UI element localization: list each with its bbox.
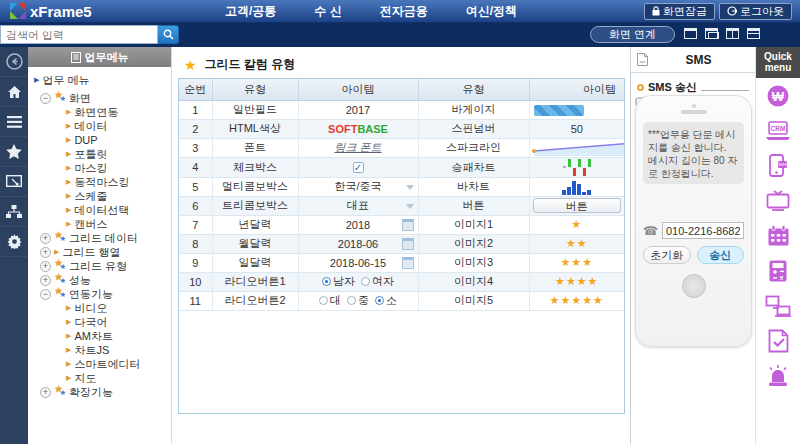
tree-toggle-icon[interactable]: + (40, 387, 51, 398)
table-row[interactable]: 7년달력2018이미지1★ (179, 215, 624, 234)
phone-number-input[interactable] (662, 222, 744, 239)
home-icon[interactable] (0, 77, 28, 107)
rating-stars: ★★★★ (555, 275, 598, 287)
sms-reset-button[interactable]: 초기화 (643, 246, 691, 264)
tree-item[interactable]: ▶AM차트 (28, 329, 171, 343)
tree-item[interactable]: ▶화면연동 (28, 105, 171, 119)
siren-icon[interactable] (756, 358, 800, 393)
sitemap-icon[interactable] (0, 197, 28, 227)
logout-button[interactable]: 로그아웃 (719, 3, 792, 20)
window-single-icon[interactable] (684, 28, 697, 39)
tree-item[interactable]: ▶다국어 (28, 315, 171, 329)
tree-item[interactable]: −연동기능 (28, 287, 171, 301)
tree-item[interactable]: ▶포틀릿 (28, 147, 171, 161)
tree-toggle-icon[interactable]: + (40, 247, 51, 258)
table-row[interactable]: 10라디오버튼1남자여자이미지4★★★★ (179, 272, 624, 291)
table-row[interactable]: 5멀티콤보박스한국/중국바차트 (179, 177, 624, 196)
cell-item: 2018-06-15 (298, 253, 418, 272)
table-row[interactable]: 6트리콤보박스대표버튼버튼 (179, 196, 624, 215)
top-menu-item-1[interactable]: 고객/공통 (225, 3, 276, 20)
tree-item[interactable]: ▶데이터 (28, 119, 171, 133)
screen-lock-button[interactable]: 화면잠금 (644, 3, 715, 20)
radio-option[interactable]: 대 (319, 294, 341, 306)
crm-icon[interactable]: CRM (756, 113, 800, 148)
tree-toggle-icon[interactable]: + (40, 275, 51, 286)
radio-option[interactable]: 남자 (322, 275, 355, 287)
table-row[interactable]: 9일달력2018-06-15이미지3★★★ (179, 253, 624, 272)
table-row[interactable]: 8월달력2018-06이미지2★★ (179, 234, 624, 253)
page-title: 그리드 칼럼 유형 (205, 56, 296, 73)
tree-item[interactable]: +그리드 유형 (28, 259, 171, 273)
tree-item[interactable]: ▶지도 (28, 371, 171, 385)
tree-toggle-icon[interactable]: − (40, 93, 51, 104)
grid-column-header: 순번 (179, 79, 212, 100)
tree-item[interactable]: ▶업무 메뉴 (28, 73, 171, 87)
calendar-icon[interactable] (402, 238, 414, 250)
date-field[interactable]: 2018-06 (338, 238, 378, 250)
tree-item-label: 그리드 행열 (62, 245, 120, 260)
top-menu-item-4[interactable]: 여신/정책 (466, 3, 517, 20)
screen-link-button[interactable]: 화면 연계 (590, 26, 675, 43)
checkbox[interactable]: ✓ (353, 162, 364, 173)
tree-item[interactable]: −화면 (28, 91, 171, 105)
screen-search-icon[interactable] (0, 167, 28, 197)
calculator-icon[interactable] (756, 253, 800, 288)
tree-item[interactable]: ▶DUP (28, 133, 171, 147)
calendar-icon[interactable] (402, 257, 414, 269)
rating-stars: ★★★ (560, 256, 593, 268)
radio-option[interactable]: 중 (347, 294, 369, 306)
tree-item[interactable]: ▶데이터선택 (28, 203, 171, 217)
report-check-icon[interactable] (756, 323, 800, 358)
tree-item[interactable]: ▶차트JS (28, 343, 171, 357)
search-button[interactable] (158, 25, 179, 44)
radio-option[interactable]: 여자 (361, 275, 394, 287)
radio-dot-icon (361, 277, 370, 286)
sms-phone-icon[interactable]: SMS (756, 148, 800, 183)
sms-send-button[interactable]: 송신 (697, 246, 745, 264)
won-currency-icon[interactable]: ₩ (756, 78, 800, 113)
date-value: 2018-06 (338, 238, 378, 250)
table-row[interactable]: 3폰트링크 폰트스파크라인 (179, 138, 624, 157)
tree-item[interactable]: ▶스마트에디터 (28, 357, 171, 371)
calendar-icon[interactable] (402, 219, 414, 231)
tree-toggle-icon[interactable]: − (40, 289, 51, 300)
tree-item[interactable]: ▶캔버스 (28, 217, 171, 231)
favorite-star-icon[interactable]: ★ (184, 59, 197, 71)
top-menu-item-2[interactable]: 수 신 (314, 3, 341, 20)
table-row[interactable]: 2HTML색상SOFTBASE스핀넘버50 (179, 119, 624, 138)
window-tile-horizontal-icon[interactable] (747, 28, 760, 39)
radio-option[interactable]: 소 (375, 294, 397, 306)
calendar-icon[interactable] (756, 218, 800, 253)
tree-item[interactable]: +확장기능 (28, 385, 171, 399)
tree-item[interactable]: +▶그리드 행열 (28, 245, 171, 259)
collapse-arrow-icon[interactable] (0, 47, 28, 77)
top-menu-item-3[interactable]: 전자금융 (380, 3, 428, 20)
tree-item[interactable]: ▶동적마스킹 (28, 175, 171, 189)
date-field[interactable]: 2018-06-15 (330, 257, 386, 269)
settings-gear-icon[interactable] (0, 227, 28, 257)
date-field[interactable]: 2018 (346, 219, 370, 231)
tree-item[interactable]: ▶마스킹 (28, 161, 171, 175)
table-row[interactable]: 4체크박스✓승패차트 (179, 157, 624, 177)
tree-item[interactable]: ▶비디오 (28, 301, 171, 315)
window-tile-vertical-icon[interactable] (726, 28, 739, 39)
table-row[interactable]: 11라디오버튼2대중소이미지5★★★★★ (179, 291, 624, 310)
window-cascade-icon[interactable] (705, 28, 718, 39)
font-link[interactable]: 링크 폰트 (334, 141, 381, 153)
grid-container: 순번유형아이템유형아이템 1일반필드2017바게이지2HTML색상SOFTBAS… (178, 78, 625, 414)
tv-icon[interactable] (756, 183, 800, 218)
tree-toggle-icon[interactable]: + (40, 261, 51, 272)
favorites-star-icon[interactable] (0, 137, 28, 167)
menu-list-icon[interactable] (0, 107, 28, 137)
search-input[interactable] (0, 25, 158, 44)
combobox[interactable]: 대표 (347, 199, 369, 211)
cell-button[interactable]: 버튼 (533, 198, 622, 213)
combobox[interactable]: 한국/중국 (334, 180, 381, 192)
tree-item[interactable]: +그리드 데이터 (28, 231, 171, 245)
grid-column-types-table: 순번유형아이템유형아이템 1일반필드2017바게이지2HTML색상SOFTBAS… (179, 79, 624, 311)
tree-item[interactable]: +성능 (28, 273, 171, 287)
network-pc-icon[interactable] (756, 288, 800, 323)
tree-toggle-icon[interactable]: + (40, 233, 51, 244)
tree-item[interactable]: ▶스케줄 (28, 189, 171, 203)
table-row[interactable]: 1일반필드2017바게이지 (179, 100, 624, 119)
